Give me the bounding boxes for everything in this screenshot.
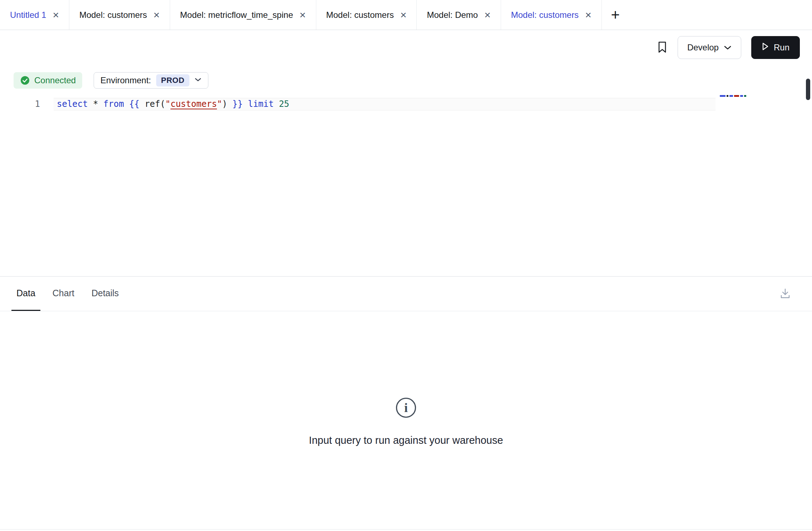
- tab-close-icon[interactable]: ×: [484, 10, 491, 20]
- tab-bar: Untitled 1×Model: customers×Model: metri…: [0, 0, 812, 30]
- minimap-mark: [727, 95, 728, 97]
- connection-status-badge: Connected: [14, 72, 82, 89]
- check-circle-icon: [20, 75, 30, 85]
- code-token: ): [222, 99, 227, 109]
- run-button[interactable]: Run: [751, 36, 800, 59]
- code-token: [88, 99, 93, 109]
- tab-label: Model: customers: [511, 10, 579, 20]
- code-token: [243, 99, 248, 109]
- code-token: ": [165, 99, 170, 109]
- results-tab-bar: DataChartDetails: [0, 277, 812, 311]
- tab-close-icon[interactable]: ×: [585, 10, 591, 20]
- connection-status-label: Connected: [34, 75, 76, 85]
- code-token: [139, 99, 144, 109]
- code-token: limit: [248, 99, 274, 109]
- tab-label: Model: metricflow_time_spine: [180, 10, 293, 20]
- develop-button-label: Develop: [687, 43, 719, 53]
- tab-close-icon[interactable]: ×: [153, 10, 160, 20]
- info-icon: i: [395, 397, 417, 420]
- code-token: }}: [232, 99, 243, 109]
- environment-label: Environment:: [100, 75, 151, 85]
- tab-close-icon[interactable]: ×: [299, 10, 306, 20]
- empty-state-message: Input query to run against your warehous…: [309, 435, 503, 446]
- code-token: (: [160, 99, 165, 109]
- results-tab-chart[interactable]: Chart: [48, 277, 79, 311]
- minimap-mark: [740, 95, 743, 97]
- tab-3[interactable]: Model: customers×: [316, 0, 417, 30]
- code-token: ": [217, 99, 222, 109]
- line-number: 1: [0, 98, 40, 110]
- chevron-down-icon: [194, 77, 202, 84]
- code-token: [274, 99, 279, 109]
- tab-0[interactable]: Untitled 1×: [0, 0, 69, 30]
- svg-text:i: i: [404, 401, 408, 415]
- tab-list: Untitled 1×Model: customers×Model: metri…: [0, 0, 602, 30]
- tab-label: Model: Demo: [427, 10, 478, 20]
- toolbar: Develop Run: [0, 30, 812, 65]
- play-icon: [762, 42, 769, 53]
- code-token: [227, 99, 232, 109]
- results-tab-data[interactable]: Data: [11, 277, 40, 311]
- tab-2[interactable]: Model: metricflow_time_spine×: [170, 0, 316, 30]
- minimap-mark: [729, 95, 733, 97]
- code-token[interactable]: customers: [170, 99, 217, 109]
- status-bar: Connected Environment: PROD: [14, 72, 208, 89]
- run-button-label: Run: [774, 43, 789, 53]
- minimap-mark: [720, 95, 726, 97]
- tab-close-icon[interactable]: ×: [53, 10, 59, 20]
- tab-1[interactable]: Model: customers×: [69, 0, 170, 30]
- code-token: [98, 99, 103, 109]
- code-editor[interactable]: 1 select * from {{ ref("customers") }} l…: [0, 92, 812, 276]
- download-button[interactable]: [779, 287, 791, 301]
- code-token: {{: [129, 99, 139, 109]
- code-token: from: [103, 99, 124, 109]
- bottom-divider: [0, 529, 812, 530]
- code-token: ref: [145, 99, 160, 109]
- results-tabs: DataChartDetails: [11, 277, 131, 311]
- results-tab-details[interactable]: Details: [86, 277, 124, 311]
- scrollbar-thumb[interactable]: [806, 79, 810, 100]
- tab-label: Model: customers: [326, 10, 394, 20]
- tab-label: Untitled 1: [10, 10, 46, 20]
- develop-button[interactable]: Develop: [678, 36, 741, 59]
- environment-value-badge: PROD: [156, 74, 190, 86]
- bookmark-icon: [657, 41, 668, 55]
- minimap-mark: [734, 95, 739, 97]
- code-token: *: [93, 99, 98, 109]
- environment-selector[interactable]: Environment: PROD: [94, 72, 208, 89]
- chevron-down-icon: [724, 43, 732, 53]
- code-token: [124, 99, 129, 109]
- code-line[interactable]: select * from {{ ref("customers") }} lim…: [57, 98, 289, 110]
- minimap[interactable]: [720, 95, 746, 99]
- results-empty-state: i Input query to run against your wareho…: [0, 312, 812, 531]
- code-token: 25: [279, 99, 289, 109]
- new-tab-button[interactable]: +: [602, 0, 629, 30]
- code-token: select: [57, 99, 88, 109]
- download-icon: [779, 287, 791, 301]
- tab-close-icon[interactable]: ×: [400, 10, 407, 20]
- tab-label: Model: customers: [79, 10, 147, 20]
- tab-5[interactable]: Model: customers×: [501, 0, 602, 30]
- minimap-mark: [744, 95, 746, 97]
- tab-4[interactable]: Model: Demo×: [417, 0, 501, 30]
- bookmark-button[interactable]: [657, 41, 668, 55]
